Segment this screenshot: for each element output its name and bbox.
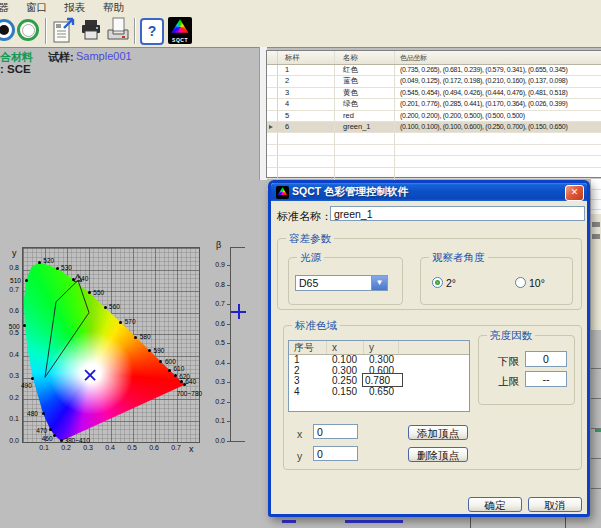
beta-tick-label: 0.6 <box>205 320 225 327</box>
beta-tick-label: 0.7 <box>205 300 225 307</box>
dialog-title: SQCT 色彩管理控制软件 <box>292 185 408 199</box>
menu-window[interactable]: 窗口 <box>26 1 47 15</box>
standard-edit-dialog: SQCT 色彩管理控制软件 ✕ 标准名称： green_1 容差参数 光源 D6… <box>268 180 590 517</box>
background-table-strip <box>266 517 601 528</box>
black-dot <box>0 25 9 35</box>
observer-10deg-radio[interactable] <box>515 277 526 288</box>
beta-tick-label: 0.2 <box>205 398 225 405</box>
inner-ring <box>22 24 35 37</box>
vertex-y-input[interactable]: 0 <box>313 446 358 461</box>
dialog-title-bar[interactable]: SQCT 色彩管理控制软件 ✕ <box>271 183 587 201</box>
col-name: 名称 <box>335 51 395 64</box>
observer-group-label: 观察者角度 <box>429 251 488 265</box>
sample-label: 试样: <box>48 50 74 65</box>
luminance-group-label: 亮度因数 <box>487 329 535 343</box>
beta-tick-label: 0.3 <box>205 378 225 385</box>
tolerance-group-label: 容差参数 <box>286 232 334 246</box>
beta-tick-label: 0.0 <box>205 437 225 444</box>
beta-tick-mark <box>227 402 231 403</box>
standards-table[interactable]: 标样 名称 色品坐标 1红色(0.735, 0.265), (0.681, 0.… <box>266 50 601 178</box>
standard-name-input[interactable]: green_1 <box>330 206 585 221</box>
y-tick-label: 0.0 <box>0 437 19 444</box>
beta-axis-bottom-cap <box>230 441 245 442</box>
delete-vertex-button[interactable]: 删除顶点 <box>408 447 468 462</box>
table-row-empty[interactable] <box>267 168 601 179</box>
vertex-y-label: y <box>297 450 302 462</box>
observer-2deg-radio[interactable] <box>432 277 443 288</box>
observer-2deg-label: 2° <box>446 277 456 289</box>
chromaticity-diagram[interactable]: 520530540550560570580590600610620640700~… <box>22 247 200 443</box>
add-vertex-button[interactable]: 添加顶点 <box>408 425 468 440</box>
gamut-table-header: 序号 x y <box>289 341 469 355</box>
table-row[interactable]: 1红色(0.735, 0.265), (0.681, 0.239), (0.57… <box>267 65 601 76</box>
lower-limit-input[interactable]: 0 <box>525 351 567 367</box>
beta-tick-mark <box>227 343 231 344</box>
upper-limit-label: 上限 <box>498 375 519 389</box>
measure-standard-icon[interactable] <box>0 19 15 41</box>
menu-instrument[interactable]: 仪器 <box>0 1 9 15</box>
sqct-logo-icon[interactable]: SQCT <box>168 17 192 44</box>
report-icon[interactable] <box>52 17 76 44</box>
y-tick-label: 0.6 <box>0 307 19 314</box>
dialog-app-icon <box>276 186 289 199</box>
standards-table-header: 标样 名称 色品坐标 <box>267 51 601 65</box>
table-row[interactable]: 3黄色(0.545, 0.454), (0.494, 0.426), (0.44… <box>267 88 601 99</box>
table-row[interactable]: 5red(0.200, 0.200), (0.200, 0.500), (0.5… <box>267 111 601 122</box>
x-tick-label: 0.2 <box>58 444 74 451</box>
gamut-row[interactable]: 10.1000.300 <box>289 355 469 366</box>
background-table-sliver <box>591 178 601 215</box>
x-tick-label: 0.4 <box>102 444 118 451</box>
table-row-empty[interactable] <box>267 133 601 144</box>
luminance-group: 亮度因数 <box>478 335 575 405</box>
beta-tick-mark <box>227 421 231 422</box>
table-row-empty[interactable] <box>267 156 601 167</box>
tolerance-polygon <box>45 280 89 377</box>
help-icon[interactable]: ? <box>140 18 164 45</box>
x-tick-label: 0.6 <box>146 444 162 451</box>
y-value-edit-cell[interactable]: 0.780 <box>362 373 403 387</box>
table-row[interactable]: 2蓝色(0.049, 0.125), (0.172, 0.198), (0.21… <box>267 76 601 87</box>
y-tick-label: 0.8 <box>0 264 19 271</box>
print-preview-icon[interactable] <box>106 17 130 43</box>
table-row-empty[interactable] <box>267 145 601 156</box>
wavelength-label: 500 <box>9 323 20 330</box>
menu-help[interactable]: 帮助 <box>103 1 124 15</box>
x-tick-label: 0.3 <box>80 444 96 451</box>
vertex-x-label: x <box>297 428 302 440</box>
gamut-row[interactable]: 40.1500.650 <box>289 387 469 398</box>
x-tick-label: 0.5 <box>124 444 140 451</box>
measure-sample-icon[interactable] <box>17 19 39 41</box>
vertex-x-input[interactable]: 0 <box>313 424 358 439</box>
upper-limit-input[interactable]: -- <box>525 371 567 387</box>
beta-tick-label: 0.8 <box>205 281 225 288</box>
x-axis-title: x <box>189 444 194 454</box>
beta-tick-mark <box>227 441 231 442</box>
beta-scale: β 0.00.10.20.30.40.50.60.70.80.9 <box>205 240 257 452</box>
measurement-mode: : SCE <box>0 63 31 75</box>
background-grid-sliver <box>591 330 601 528</box>
sqct-logo-text: SQCT <box>168 37 192 43</box>
close-icon[interactable]: ✕ <box>565 185 584 201</box>
menu-report[interactable]: 报表 <box>64 1 85 15</box>
sample-name: Sample001 <box>76 50 132 62</box>
chevron-down-icon[interactable]: ▼ <box>371 276 387 290</box>
toolbar: ? SQCT <box>0 14 601 48</box>
ok-button[interactable]: 确定 <box>468 497 522 512</box>
print-icon[interactable] <box>79 18 103 42</box>
beta-tick-mark <box>227 363 231 364</box>
background-panel-sliver <box>591 214 601 330</box>
application-window: 仪器 窗口 报表 帮助 ? S <box>0 0 601 528</box>
cancel-button[interactable]: 取消 <box>528 497 582 512</box>
y-axis-title: y <box>12 248 17 258</box>
beta-axis-top-cap <box>230 247 245 248</box>
lower-limit-label: 下限 <box>498 355 519 369</box>
table-row-selected[interactable]: 6green_1(0.100, 0.100), (0.100, 0.600), … <box>267 122 601 133</box>
beta-tick-label: 0.1 <box>205 417 225 424</box>
menu-bar: 仪器 窗口 报表 帮助 <box>0 0 601 14</box>
table-row[interactable]: 4绿色(0.201, 0.776), (0.285, 0.441), (0.17… <box>267 99 601 110</box>
illuminant-group-label: 光源 <box>297 251 324 265</box>
y-tick-label: 0.5 <box>0 329 19 336</box>
illuminant-select[interactable]: D65 ▼ <box>295 275 388 291</box>
beta-tick-mark <box>227 324 231 325</box>
beta-axis-line <box>230 247 231 442</box>
